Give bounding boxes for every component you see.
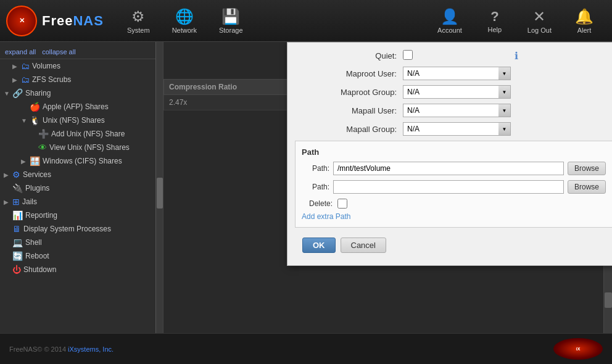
sidebar-item-services-label: Services <box>23 170 51 179</box>
sidebar-item-shutdown-label: Shutdown <box>23 265 56 274</box>
nav-logout[interactable]: ✕ Log Out <box>516 3 563 39</box>
nav-system[interactable]: ⚙ System <box>116 3 161 39</box>
expander-icon: ▶ <box>12 77 21 83</box>
sidebar-item-reporting[interactable]: 📊 Reporting <box>0 209 163 222</box>
cancel-button[interactable]: Cancel <box>341 238 386 253</box>
copyright-text: FreeNAS© © 2014 <box>9 345 66 353</box>
sidebar-controls: expand all collapse all <box>0 45 163 59</box>
sidebar-item-shutdown[interactable]: ⏻ Shutdown <box>0 263 163 276</box>
plugins-icon: 🔌 <box>12 183 23 193</box>
nav-storage[interactable]: 💾 Storage <box>208 3 254 39</box>
sidebar-item-zfs-scrubs[interactable]: ▶ 🗂 ZFS Scrubs <box>0 73 163 86</box>
maproot-user-select-wrapper: N/A root nobody ▼ <box>403 67 511 80</box>
nav-account[interactable]: 👤 Account <box>426 3 473 39</box>
footer-copyright: FreeNAS© © 2014 iXsystems, Inc. <box>9 345 114 353</box>
mapall-group-select-wrapper: N/A ▼ <box>403 122 511 136</box>
mapall-group-label: Mapall Group: <box>295 125 403 134</box>
sidebar-scrollbar[interactable] <box>155 42 163 333</box>
path-section: Path Path: Browse Path: Browse <box>295 141 612 228</box>
collapse-all[interactable]: collapse all <box>42 48 75 56</box>
modal-content: Quiet: ℹ Maproot User: N/A root <box>287 43 612 265</box>
maproot-group-row: Maproot Group: N/A ▼ <box>295 85 612 99</box>
path1-input[interactable] <box>333 162 564 175</box>
sidebar-item-unix-label: Unix (NFS) Shares <box>43 116 105 125</box>
nav-help-label: Help <box>488 26 502 33</box>
modal-overlay: ▲ ▼ Quiet: ℹ <box>163 42 612 333</box>
maproot-group-select[interactable]: N/A <box>403 85 511 99</box>
mapall-user-label: Mapall User: <box>295 106 403 115</box>
sidebar-item-apple-afp[interactable]: 🍎 Apple (AFP) Shares <box>0 100 163 114</box>
sidebar-item-add-unix-label: Add Unix (NFS) Share <box>51 130 125 138</box>
delete-checkbox[interactable] <box>337 199 347 209</box>
sidebar-item-display-sys[interactable]: 🖥 Display System Processes <box>0 222 163 236</box>
path2-browse-button[interactable]: Browse <box>568 180 606 194</box>
mapall-user-row: Mapall User: N/A ▼ <box>295 104 612 117</box>
ok-button[interactable]: OK <box>302 238 336 253</box>
mapall-group-row: Mapall Group: N/A ▼ <box>295 122 612 136</box>
display-sys-icon: 🖥 <box>12 224 21 234</box>
unix-icon: 🐧 <box>30 115 40 125</box>
maproot-user-select[interactable]: N/A root nobody <box>403 67 511 80</box>
mapall-user-select[interactable]: N/A <box>403 104 511 117</box>
add-extra-path-link[interactable]: Add extra Path <box>302 212 350 221</box>
sharing-icon: 🔗 <box>12 88 23 98</box>
modal-footer: OK Cancel <box>295 233 612 258</box>
sidebar-item-volumes-label: Volumes <box>32 62 60 70</box>
expander-icon: ▼ <box>4 90 12 97</box>
quiet-info-icon[interactable]: ℹ <box>515 50 518 62</box>
sidebar-item-jails[interactable]: ▶ ⊞ Jails <box>0 195 163 209</box>
mapall-group-select[interactable]: N/A <box>403 122 511 136</box>
quiet-control <box>403 50 511 62</box>
sidebar-item-view-unix[interactable]: 👁 View Unix (NFS) Shares <box>0 141 163 154</box>
path2-label: Path: <box>302 183 329 191</box>
sidebar-item-sharing-label: Sharing <box>25 89 51 97</box>
help-icon: ? <box>490 9 498 25</box>
expand-all[interactable]: expand all <box>5 48 36 56</box>
sidebar-item-display-sys-label: Display System Processes <box>23 225 111 233</box>
nav-logout-label: Log Out <box>527 27 552 34</box>
sidebar-item-windows-cifs[interactable]: ▶ 🪟 Windows (CIFS) Shares <box>0 154 163 168</box>
sidebar-item-plugins[interactable]: 🔌 Plugins <box>0 181 163 195</box>
quiet-row: Quiet: ℹ <box>295 50 612 62</box>
maproot-group-label: Maproot Group: <box>295 88 403 97</box>
sidebar-item-shell[interactable]: 💻 Shell <box>0 236 163 249</box>
app-title: FreeNAS <box>42 13 104 29</box>
nav-account-label: Account <box>437 27 462 34</box>
sidebar: expand all collapse all ▶ 🗂 Volumes ▶ 🗂 … <box>0 42 163 333</box>
apple-icon: 🍎 <box>30 102 40 112</box>
maproot-user-label: Maproot User: <box>295 69 403 78</box>
view-icon: 👁 <box>38 143 47 152</box>
path1-row: Path: Browse <box>302 162 606 175</box>
system-icon: ⚙ <box>131 8 145 25</box>
nav-network[interactable]: 🌐 Network <box>161 3 208 39</box>
mapall-user-select-wrapper: N/A ▼ <box>403 104 511 117</box>
main-area: expand all collapse all ▶ 🗂 Volumes ▶ 🗂 … <box>0 42 612 333</box>
expander-icon: ▶ <box>21 158 30 165</box>
delete-label: Delete: <box>302 199 333 208</box>
services-icon: ⚙ <box>12 170 20 180</box>
logo-area: ✕ FreeNAS <box>6 6 104 36</box>
maproot-group-select-wrapper: N/A ▼ <box>403 85 511 99</box>
reporting-icon: 📊 <box>12 210 23 220</box>
topbar: ✕ FreeNAS ⚙ System 🌐 Network 💾 Storage 👤… <box>0 0 612 42</box>
path2-input[interactable] <box>333 180 564 194</box>
sidebar-item-zfs-label: ZFS Scrubs <box>32 75 71 84</box>
sidebar-item-view-unix-label: View Unix (NFS) Shares <box>49 143 130 152</box>
sidebar-item-add-unix[interactable]: ➕ Add Unix (NFS) Share <box>0 127 163 141</box>
sidebar-item-unix-nfs[interactable]: ▼ 🐧 Unix (NFS) Shares <box>0 114 163 127</box>
nav-alert[interactable]: 🔔 Alert <box>563 3 606 39</box>
sidebar-item-volumes[interactable]: ▶ 🗂 Volumes <box>0 59 163 73</box>
shutdown-icon: ⏻ <box>12 265 21 275</box>
path1-label: Path: <box>302 164 329 173</box>
jails-icon: ⊞ <box>12 197 20 207</box>
path1-browse-button[interactable]: Browse <box>568 162 606 175</box>
nav-storage-label: Storage <box>219 27 243 34</box>
path2-row: Path: Browse <box>302 180 606 194</box>
sidebar-item-reboot[interactable]: 🔄 Reboot <box>0 249 163 263</box>
nav-alert-label: Alert <box>577 27 592 34</box>
company-link[interactable]: iXsystems, Inc. <box>68 345 114 353</box>
sidebar-item-services[interactable]: ▶ ⚙ Services <box>0 168 163 181</box>
nav-help[interactable]: ? Help <box>473 3 516 39</box>
sidebar-item-sharing[interactable]: ▼ 🔗 Sharing <box>0 86 163 100</box>
quiet-checkbox[interactable] <box>403 50 413 60</box>
